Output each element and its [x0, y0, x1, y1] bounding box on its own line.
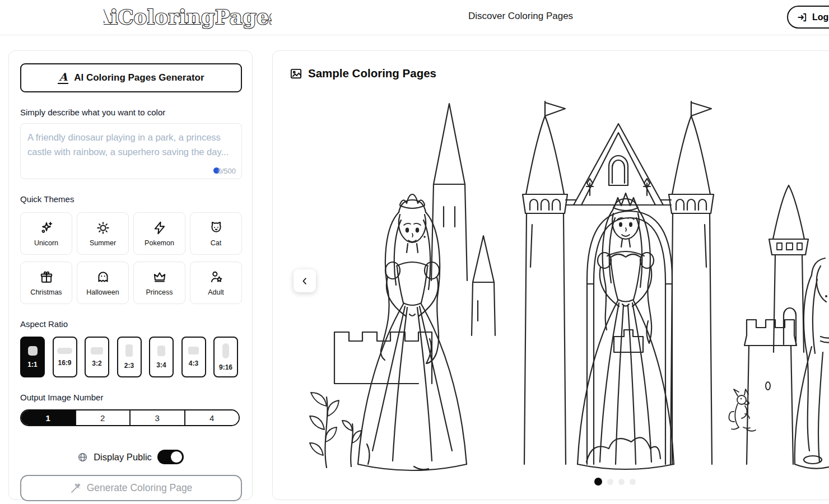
output-option-1[interactable]: 1 [21, 410, 75, 425]
generator-sidebar: A AI Coloring Pages Generator Simply des… [8, 50, 253, 500]
carousel-dot-4[interactable] [630, 479, 636, 485]
generate-button[interactable]: Generate Coloring Page [20, 475, 242, 501]
aspect-ratio-label: Aspect Ratio [20, 319, 241, 329]
theme-halloween[interactable]: Halloween [77, 262, 129, 304]
prompt-input[interactable] [21, 124, 241, 179]
ghost-icon [96, 270, 110, 284]
char-counter: 0/500 [217, 167, 236, 175]
quick-themes-grid: Unicorn Summer Pokemon Cat [20, 212, 241, 304]
carousel-dot-3[interactable] [618, 479, 625, 485]
nav-discover-link[interactable]: Discover Coloring Pages [468, 11, 573, 22]
ratio-3-2[interactable]: 3:2 [85, 337, 109, 377]
display-public-row: Display Public [20, 450, 241, 464]
ratio-2-3[interactable]: 2:3 [117, 337, 142, 377]
login-arrow-icon [797, 12, 808, 23]
theme-princess[interactable]: Princess [133, 262, 185, 304]
sun-icon [96, 221, 110, 235]
carousel-prev-button[interactable] [294, 269, 316, 292]
theme-summer[interactable]: Summer [77, 212, 129, 255]
quick-themes-label: Quick Themes [20, 194, 241, 204]
person-star-icon [209, 270, 223, 284]
lightning-icon [152, 221, 167, 235]
display-public-label: Display Public [94, 452, 152, 463]
output-option-2[interactable]: 2 [75, 410, 130, 425]
ratio-9-16[interactable]: 9:16 [213, 337, 238, 377]
ratio-1-1[interactable]: 1:1 [20, 337, 45, 377]
carousel-dot-2[interactable] [607, 479, 613, 485]
magic-wand-icon [70, 483, 81, 494]
ratio-shape-tall [157, 346, 165, 356]
ratio-shape-wide [188, 347, 199, 354]
top-header: AiColoringPages Discover Coloring Pages … [0, 0, 829, 35]
theme-pokemon[interactable]: Pokemon [133, 212, 185, 255]
sample-pages-panel: Sample Coloring Pages [272, 50, 829, 500]
carousel-dot-1[interactable] [594, 478, 602, 486]
app-logo[interactable]: AiColoringPages [104, 4, 272, 31]
panel-heading: Sample Coloring Pages [290, 67, 436, 80]
ratio-shape-wide [57, 348, 72, 354]
ratio-shape-square [28, 346, 38, 356]
display-public-toggle[interactable] [157, 450, 184, 464]
theme-cat[interactable]: Cat [190, 212, 242, 255]
ratio-16-9[interactable]: 16:9 [53, 337, 77, 377]
login-button[interactable]: Login [787, 6, 829, 29]
login-label: Login [812, 12, 829, 22]
gift-icon [39, 270, 54, 284]
app-logo-text: AiColoringPages [104, 6, 272, 29]
prompt-label: Simply describe what you want to color [20, 108, 241, 117]
generator-title-text: AI Coloring Pages Generator [74, 72, 204, 83]
image-icon [290, 67, 302, 80]
cat-icon [209, 221, 223, 235]
theme-christmas[interactable]: Christmas [20, 262, 72, 304]
ratio-3-4[interactable]: 3:4 [149, 337, 174, 377]
sample-coloring-page-illustration [273, 95, 829, 474]
output-number-label: Output Image Number [20, 393, 241, 402]
sparkles-icon [39, 221, 54, 235]
theme-unicorn[interactable]: Unicorn [20, 212, 72, 255]
generator-title-card: A AI Coloring Pages Generator [20, 63, 242, 92]
crown-icon [152, 270, 167, 284]
output-number-selector: 1 2 3 4 [20, 409, 240, 426]
chevron-left-icon [300, 276, 310, 286]
italic-a-icon: A [58, 72, 68, 84]
output-option-3[interactable]: 3 [129, 410, 184, 425]
globe-icon [77, 452, 88, 463]
panel-title: Sample Coloring Pages [308, 67, 436, 80]
toggle-knob [170, 451, 183, 463]
ratio-shape-wide [91, 347, 103, 354]
generate-label: Generate Coloring Page [87, 482, 193, 494]
ratio-shape-tall [125, 344, 133, 357]
carousel-dots [594, 478, 636, 486]
ratio-4-3[interactable]: 4:3 [181, 337, 206, 377]
aspect-ratio-selector: 1:1 16:9 3:2 2:3 3:4 4:3 9:16 [20, 337, 241, 377]
theme-adult[interactable]: Adult [190, 262, 242, 304]
prompt-field-container: 0/500 [20, 123, 242, 179]
output-option-4[interactable]: 4 [184, 410, 239, 425]
ratio-shape-tall [222, 343, 229, 358]
